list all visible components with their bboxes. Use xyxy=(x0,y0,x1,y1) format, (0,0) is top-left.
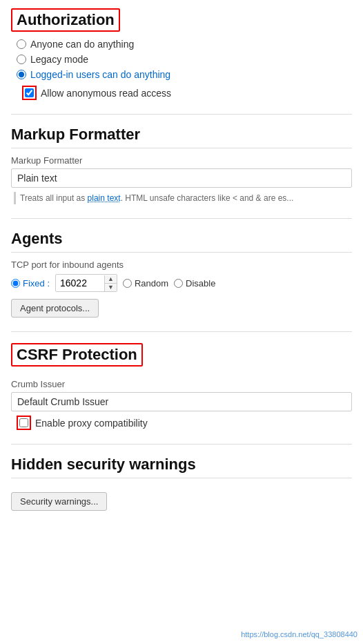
agents-section: Agents TCP port for inbound agents Fixed… xyxy=(11,230,352,318)
fixed-radio-label[interactable]: Fixed : xyxy=(11,278,50,289)
crumb-issuer-select-wrapper: Default Crumb Issuer xyxy=(11,392,352,411)
watermark: https://blog.csdn.net/qq_33808440 xyxy=(241,630,357,638)
divider-3 xyxy=(11,331,352,332)
proxy-label: Enable proxy compatibility xyxy=(35,418,148,429)
radio-anyone-input[interactable] xyxy=(17,39,26,49)
random-radio-label[interactable]: Random xyxy=(123,278,168,289)
hint-link: plain text xyxy=(88,193,121,203)
anon-checkbox-wrap: Allow anonymous read access xyxy=(22,86,352,100)
divider-4 xyxy=(11,444,352,445)
agents-title: Agents xyxy=(11,230,352,253)
radio-loggedin[interactable]: Logged-in users can do anything xyxy=(17,69,352,80)
authorization-section: Authorization Anyone can do anything Leg… xyxy=(11,8,352,100)
authorization-title: Authorization xyxy=(11,8,120,32)
radio-anyone[interactable]: Anyone can do anything xyxy=(17,39,352,50)
markup-formatter-select-wrapper: Plain text xyxy=(11,168,352,188)
security-warnings-button[interactable]: Security warnings... xyxy=(11,492,107,511)
agents-row: Fixed : ▲ ▼ Random Disable xyxy=(11,274,352,292)
random-radio-input[interactable] xyxy=(123,279,132,288)
markup-formatter-title: Markup Formatter xyxy=(11,126,352,148)
hidden-security-section: Hidden security warnings Security warnin… xyxy=(11,456,352,511)
port-input-wrap: ▲ ▼ xyxy=(55,274,117,292)
crumb-issuer-select[interactable]: Default Crumb Issuer xyxy=(11,392,352,411)
divider-2 xyxy=(11,218,352,219)
hint-text-content: Treats all input as plain text. HTML uns… xyxy=(20,193,293,203)
markup-formatter-select[interactable]: Plain text xyxy=(11,168,352,188)
hidden-security-title: Hidden security warnings xyxy=(11,456,352,478)
fixed-radio-input[interactable] xyxy=(11,279,20,288)
divider-1 xyxy=(11,114,352,115)
disable-radio-input[interactable] xyxy=(174,279,183,288)
port-spinners: ▲ ▼ xyxy=(104,275,117,291)
radio-legacy-label: Legacy mode xyxy=(30,54,88,65)
random-label: Random xyxy=(135,278,168,289)
radio-legacy-input[interactable] xyxy=(17,55,26,64)
crumb-issuer-label: Crumb Issuer xyxy=(11,379,352,389)
markup-formatter-label: Markup Formatter xyxy=(11,155,352,166)
proxy-checkbox-highlighted xyxy=(17,416,31,430)
disable-radio-label[interactable]: Disable xyxy=(174,278,215,289)
csrf-section: CSRF Protection Crumb Issuer Default Cru… xyxy=(11,343,352,430)
radio-legacy[interactable]: Legacy mode xyxy=(17,54,352,65)
port-up-button[interactable]: ▲ xyxy=(105,275,117,284)
anon-checkbox-input[interactable] xyxy=(25,88,34,97)
markup-formatter-hint: Treats all input as plain text. HTML uns… xyxy=(14,192,352,204)
radio-anyone-label: Anyone can do anything xyxy=(30,39,134,50)
anon-checkbox-highlighted xyxy=(22,86,37,100)
port-input[interactable] xyxy=(56,275,104,291)
tcp-port-label: TCP port for inbound agents xyxy=(11,260,352,270)
proxy-checkbox-input[interactable] xyxy=(19,418,28,427)
disable-label: Disable xyxy=(186,278,215,289)
agent-protocols-button[interactable]: Agent protocols... xyxy=(11,299,99,318)
authorization-radio-group: Anyone can do anything Legacy mode Logge… xyxy=(17,39,352,100)
radio-loggedin-input[interactable] xyxy=(17,70,26,79)
fixed-label: Fixed : xyxy=(23,278,50,289)
proxy-checkbox-wrap: Enable proxy compatibility xyxy=(17,416,352,430)
radio-loggedin-label: Logged-in users can do anything xyxy=(30,69,170,80)
markup-formatter-section: Markup Formatter Markup Formatter Plain … xyxy=(11,126,352,204)
csrf-title: CSRF Protection xyxy=(11,343,143,367)
port-down-button[interactable]: ▼ xyxy=(105,284,117,291)
anon-label: Allow anonymous read access xyxy=(41,88,171,99)
